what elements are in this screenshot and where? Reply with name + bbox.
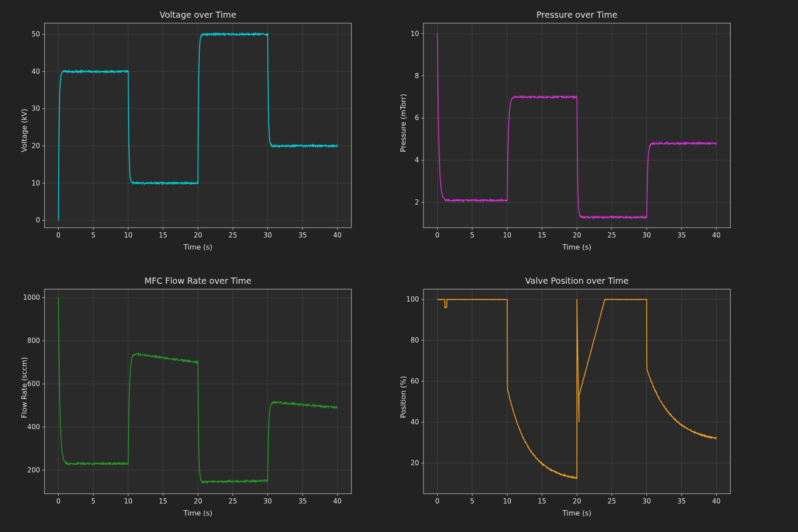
xtick-label: 25 <box>608 231 616 239</box>
ytick-label: 50 <box>32 30 40 38</box>
xtick-label: 35 <box>677 231 686 239</box>
xtick-label: 20 <box>193 231 202 239</box>
ytick-label: 20 <box>32 142 40 150</box>
xtick-label: 20 <box>572 231 581 239</box>
xtick-label: 5 <box>91 497 96 505</box>
ytick-label: 1000 <box>23 294 40 302</box>
xtick-label: 15 <box>538 231 546 239</box>
ytick-label: 20 <box>411 459 419 467</box>
xtick-label: 40 <box>333 497 342 505</box>
xtick-label: 0 <box>435 497 440 505</box>
flow-ylabel: Flow Rate (sccm) <box>20 357 28 418</box>
ytick-label: 100 <box>406 295 419 303</box>
flow-svg: 05101520253035402004006008001000 <box>44 289 351 494</box>
flow-title: MFC Flow Rate over Time <box>44 276 351 286</box>
xtick-label: 15 <box>538 497 546 505</box>
ytick-label: 8 <box>415 72 419 80</box>
ytick-label: 600 <box>27 380 40 388</box>
pressure-xlabel: Time (s) <box>423 243 730 251</box>
valve-svg: 051015202530354020406080100 <box>423 289 730 494</box>
xtick-label: 35 <box>677 497 686 505</box>
xtick-label: 30 <box>263 231 272 239</box>
xtick-label: 15 <box>159 497 167 505</box>
xtick-label: 20 <box>193 497 202 505</box>
ytick-label: 30 <box>32 105 40 113</box>
ytick-label: 4 <box>415 156 419 164</box>
xtick-label: 35 <box>298 231 307 239</box>
valve-chart: Valve Position over TimeTime (s)Position… <box>423 289 730 494</box>
flow-xlabel: Time (s) <box>44 509 351 517</box>
xtick-label: 15 <box>159 231 167 239</box>
valve-ylabel: Position (%) <box>399 376 407 418</box>
xtick-label: 0 <box>435 231 440 239</box>
pressure-title: Pressure over Time <box>423 10 730 20</box>
xtick-label: 5 <box>470 231 475 239</box>
xtick-label: 0 <box>56 231 61 239</box>
voltage-ylabel: Voltage (kV) <box>20 109 28 152</box>
voltage-chart: Voltage over TimeTime (s)Voltage (kV)051… <box>44 23 351 228</box>
ytick-label: 0 <box>36 216 40 224</box>
xtick-label: 10 <box>124 497 133 505</box>
ytick-label: 10 <box>411 30 419 38</box>
ytick-label: 800 <box>27 337 40 345</box>
xtick-label: 5 <box>470 497 475 505</box>
pressure-chart: Pressure over TimeTime (s)Pressure (mTor… <box>423 23 730 228</box>
ytick-label: 40 <box>32 68 40 76</box>
ytick-label: 400 <box>27 423 40 431</box>
xtick-label: 0 <box>56 497 61 505</box>
pressure-ylabel: Pressure (mTorr) <box>399 94 407 152</box>
ytick-label: 2 <box>415 198 419 206</box>
xtick-label: 25 <box>229 497 237 505</box>
ytick-label: 6 <box>415 114 419 122</box>
xtick-label: 10 <box>124 231 133 239</box>
xtick-label: 5 <box>91 231 96 239</box>
pressure-svg: 0510152025303540246810 <box>423 23 730 228</box>
xtick-label: 35 <box>298 497 307 505</box>
xtick-label: 25 <box>608 497 616 505</box>
xtick-label: 30 <box>642 497 651 505</box>
figure: Voltage over TimeTime (s)Voltage (kV)051… <box>0 0 798 532</box>
xtick-label: 20 <box>572 497 581 505</box>
ytick-label: 10 <box>32 179 40 187</box>
xtick-label: 25 <box>229 231 237 239</box>
xtick-label: 40 <box>712 497 721 505</box>
ytick-label: 80 <box>411 336 419 344</box>
xtick-label: 30 <box>263 497 272 505</box>
valve-title: Valve Position over Time <box>423 276 730 286</box>
voltage-title: Voltage over Time <box>44 10 351 20</box>
xtick-label: 30 <box>642 231 651 239</box>
ytick-label: 40 <box>411 418 419 426</box>
ytick-label: 200 <box>27 466 40 474</box>
valve-xlabel: Time (s) <box>423 509 730 517</box>
voltage-xlabel: Time (s) <box>44 243 351 251</box>
ytick-label: 60 <box>411 377 419 385</box>
flow-chart: MFC Flow Rate over TimeTime (s)Flow Rate… <box>44 289 351 494</box>
xtick-label: 40 <box>333 231 342 239</box>
xtick-label: 10 <box>503 231 512 239</box>
xtick-label: 10 <box>503 497 512 505</box>
voltage-svg: 051015202530354001020304050 <box>44 23 351 228</box>
xtick-label: 40 <box>712 231 721 239</box>
